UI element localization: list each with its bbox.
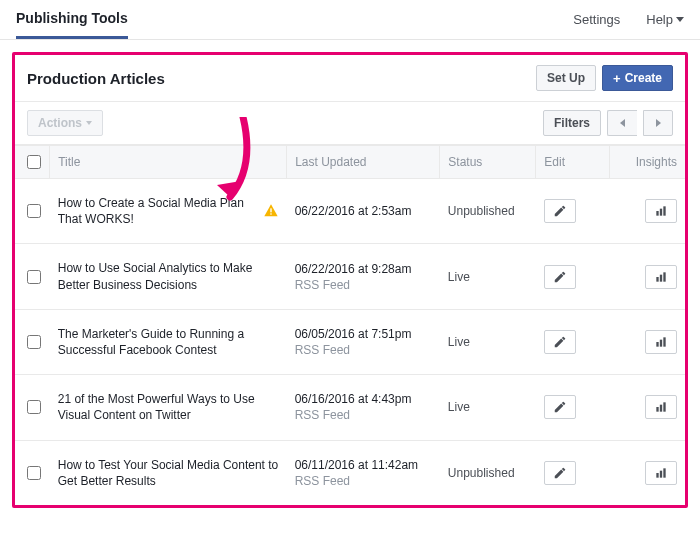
svg-rect-6 bbox=[660, 274, 662, 281]
bar-chart-icon bbox=[654, 335, 668, 349]
updated-date: 06/22/2016 at 9:28am bbox=[295, 262, 432, 276]
pencil-icon bbox=[553, 204, 567, 218]
status-text: Live bbox=[448, 270, 470, 284]
edit-button[interactable] bbox=[544, 265, 576, 289]
row-checkbox[interactable] bbox=[27, 400, 41, 414]
table-row: 21 of the Most Powerful Ways to Use Visu… bbox=[15, 375, 685, 440]
bar-chart-icon bbox=[654, 466, 668, 480]
top-nav: Publishing Tools Settings Help bbox=[0, 0, 700, 40]
chevron-down-icon bbox=[676, 17, 684, 22]
warning-icon bbox=[263, 203, 279, 219]
updated-date: 06/11/2016 at 11:42am bbox=[295, 458, 432, 472]
svg-rect-13 bbox=[663, 403, 665, 412]
updated-date: 06/22/2016 at 2:53am bbox=[295, 204, 432, 218]
status-text: Unpublished bbox=[448, 466, 515, 480]
articles-table: Title Last Updated Status Edit Insights … bbox=[15, 145, 685, 505]
pencil-icon bbox=[553, 400, 567, 414]
svg-rect-16 bbox=[663, 468, 665, 477]
edit-button[interactable] bbox=[544, 330, 576, 354]
page-prev-button[interactable] bbox=[607, 110, 637, 136]
col-insights: Insights bbox=[609, 146, 685, 179]
actions-label: Actions bbox=[38, 116, 82, 130]
panel-title: Production Articles bbox=[27, 70, 165, 87]
insights-button[interactable] bbox=[645, 330, 677, 354]
updated-source: RSS Feed bbox=[295, 408, 432, 422]
table-row: How to Create a Social Media Plan That W… bbox=[15, 179, 685, 244]
article-title[interactable]: How to Create a Social Media Plan That W… bbox=[58, 195, 257, 227]
svg-rect-5 bbox=[656, 277, 658, 282]
svg-rect-0 bbox=[270, 209, 271, 213]
updated-date: 06/16/2016 at 4:43pm bbox=[295, 392, 432, 406]
insights-button[interactable] bbox=[645, 395, 677, 419]
svg-rect-3 bbox=[660, 209, 662, 216]
plus-icon: + bbox=[613, 72, 621, 85]
updated-date: 06/05/2016 at 7:51pm bbox=[295, 327, 432, 341]
svg-rect-12 bbox=[660, 405, 662, 412]
create-button[interactable]: + Create bbox=[602, 65, 673, 91]
bar-chart-icon bbox=[654, 400, 668, 414]
updated-source: RSS Feed bbox=[295, 474, 432, 488]
pencil-icon bbox=[553, 335, 567, 349]
status-text: Live bbox=[448, 400, 470, 414]
tab-publishing-tools[interactable]: Publishing Tools bbox=[16, 0, 128, 39]
row-checkbox[interactable] bbox=[27, 335, 41, 349]
triangle-right-icon bbox=[656, 119, 661, 127]
row-checkbox[interactable] bbox=[27, 466, 41, 480]
filters-button[interactable]: Filters bbox=[543, 110, 601, 136]
article-title[interactable]: How to Use Social Analytics to Make Bett… bbox=[58, 260, 279, 292]
svg-rect-11 bbox=[656, 407, 658, 412]
svg-rect-10 bbox=[663, 337, 665, 346]
col-edit: Edit bbox=[536, 146, 610, 179]
updated-source: RSS Feed bbox=[295, 343, 432, 357]
svg-rect-7 bbox=[663, 272, 665, 281]
svg-rect-1 bbox=[270, 214, 271, 215]
col-title[interactable]: Title bbox=[50, 146, 287, 179]
status-text: Live bbox=[448, 335, 470, 349]
pencil-icon bbox=[553, 466, 567, 480]
row-checkbox[interactable] bbox=[27, 204, 41, 218]
production-articles-panel: Production Articles Set Up + Create Acti… bbox=[12, 52, 688, 508]
create-label: Create bbox=[625, 71, 662, 85]
table-row: How to Test Your Social Media Content to… bbox=[15, 440, 685, 505]
set-up-button[interactable]: Set Up bbox=[536, 65, 596, 91]
bar-chart-icon bbox=[654, 204, 668, 218]
status-text: Unpublished bbox=[448, 204, 515, 218]
settings-link[interactable]: Settings bbox=[573, 12, 620, 27]
help-label: Help bbox=[646, 12, 673, 27]
insights-button[interactable] bbox=[645, 265, 677, 289]
col-status[interactable]: Status bbox=[440, 146, 536, 179]
col-updated[interactable]: Last Updated bbox=[287, 146, 440, 179]
svg-rect-15 bbox=[660, 470, 662, 477]
actions-menu[interactable]: Actions bbox=[27, 110, 103, 136]
updated-source: RSS Feed bbox=[295, 278, 432, 292]
row-checkbox[interactable] bbox=[27, 270, 41, 284]
svg-rect-9 bbox=[660, 340, 662, 347]
pagination bbox=[607, 110, 673, 136]
svg-rect-14 bbox=[656, 473, 658, 478]
svg-rect-2 bbox=[656, 211, 658, 216]
edit-button[interactable] bbox=[544, 199, 576, 223]
page-next-button[interactable] bbox=[643, 110, 673, 136]
edit-button[interactable] bbox=[544, 395, 576, 419]
svg-rect-8 bbox=[656, 342, 658, 347]
article-title[interactable]: The Marketer's Guide to Running a Succes… bbox=[58, 326, 279, 358]
select-all-checkbox[interactable] bbox=[27, 155, 41, 169]
article-title[interactable]: How to Test Your Social Media Content to… bbox=[58, 457, 279, 489]
chevron-down-icon bbox=[86, 121, 92, 125]
table-row: The Marketer's Guide to Running a Succes… bbox=[15, 309, 685, 374]
bar-chart-icon bbox=[654, 270, 668, 284]
triangle-left-icon bbox=[620, 119, 625, 127]
article-title[interactable]: 21 of the Most Powerful Ways to Use Visu… bbox=[58, 391, 279, 423]
insights-button[interactable] bbox=[645, 461, 677, 485]
table-row: How to Use Social Analytics to Make Bett… bbox=[15, 244, 685, 309]
help-menu[interactable]: Help bbox=[646, 12, 684, 27]
insights-button[interactable] bbox=[645, 199, 677, 223]
edit-button[interactable] bbox=[544, 461, 576, 485]
svg-rect-4 bbox=[663, 207, 665, 216]
pencil-icon bbox=[553, 270, 567, 284]
